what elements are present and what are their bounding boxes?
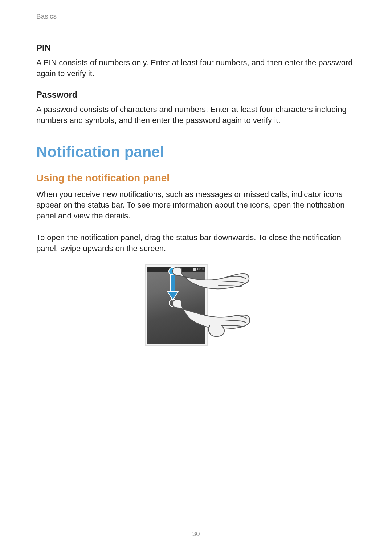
pin-heading: PIN bbox=[36, 43, 356, 53]
notification-body-1: When you receive new notifications, such… bbox=[36, 189, 356, 221]
page-content: Basics PIN A PIN consists of numbers onl… bbox=[0, 0, 392, 346]
pin-body: A PIN consists of numbers only. Enter at… bbox=[36, 57, 356, 79]
using-notification-subheading: Using the notification panel bbox=[36, 172, 356, 184]
illustration-container: 10:00 bbox=[36, 264, 356, 346]
password-body: A password consists of characters and nu… bbox=[36, 104, 356, 126]
page-number: 30 bbox=[0, 530, 392, 538]
swipe-down-illustration: 10:00 bbox=[145, 264, 247, 346]
notification-panel-title: Notification panel bbox=[36, 143, 356, 161]
notification-body-2: To open the notification panel, drag the… bbox=[36, 232, 356, 254]
hand-gesture-icon bbox=[171, 264, 250, 348]
password-heading: Password bbox=[36, 90, 356, 100]
running-header: Basics bbox=[36, 12, 356, 20]
